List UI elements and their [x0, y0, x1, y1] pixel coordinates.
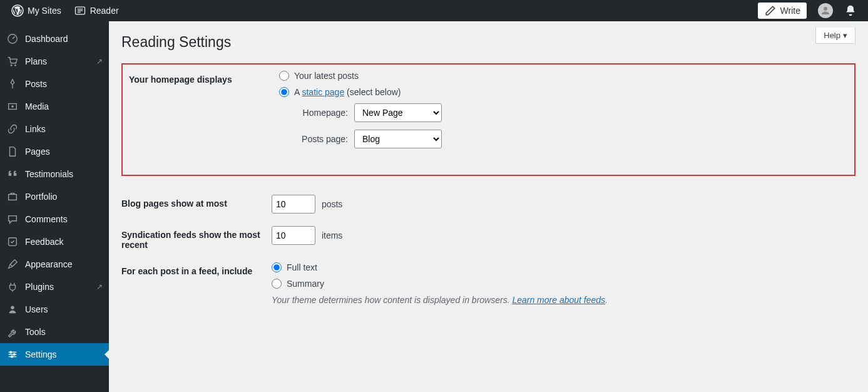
blog-pages-input[interactable]: [272, 195, 315, 214]
radio-summary-input[interactable]: [272, 279, 282, 289]
notifications-button[interactable]: [838, 0, 863, 21]
posts-suffix: posts: [322, 199, 342, 209]
sidebar-item-comments[interactable]: Comments: [0, 208, 109, 230]
radio-full-text-input[interactable]: [272, 262, 282, 272]
help-button[interactable]: Help ▾: [815, 28, 855, 44]
main-content: Help ▾ Reading Settings Your homepage di…: [109, 21, 868, 392]
homepage-select[interactable]: New Page: [354, 103, 442, 122]
bell-icon: [844, 4, 857, 17]
homepage-displays-label: Your homepage displays: [129, 71, 279, 85]
sidebar-item-dashboard[interactable]: Dashboard: [0, 28, 109, 50]
sidebar-item-links[interactable]: Links: [0, 118, 109, 140]
svg-rect-11: [9, 194, 17, 200]
reader-icon: [74, 4, 86, 17]
svg-point-19: [11, 356, 13, 358]
quote-icon: [6, 168, 19, 180]
sidebar-item-plans[interactable]: Plans↗: [0, 50, 109, 73]
sidebar-item-posts[interactable]: Posts: [0, 73, 109, 95]
admin-sidebar: Dashboard Plans↗ Posts Media Links Pages…: [0, 21, 109, 392]
radio-latest-posts[interactable]: Your latest posts: [279, 71, 848, 81]
sidebar-item-tools[interactable]: Tools: [0, 321, 109, 343]
static-prefix: A: [294, 87, 302, 97]
sidebar-item-appearance[interactable]: Appearance: [0, 253, 109, 276]
blog-pages-label: Blog pages show at most: [121, 195, 272, 209]
radio-latest-posts-input[interactable]: [279, 71, 289, 81]
sidebar-label: Dashboard: [25, 34, 68, 44]
homepage-select-label: Homepage:: [292, 108, 348, 118]
my-sites-link[interactable]: My Sites: [5, 0, 68, 21]
sidebar-item-testimonials[interactable]: Testimonials: [0, 163, 109, 185]
radio-summary-label: Summary: [287, 279, 324, 289]
static-page-link[interactable]: static page: [302, 87, 344, 97]
desc-suffix: .: [605, 295, 608, 305]
edit-icon: [764, 4, 777, 17]
page-title: Reading Settings: [121, 34, 855, 51]
svg-point-5: [824, 7, 827, 11]
sidebar-item-pages[interactable]: Pages: [0, 140, 109, 163]
svg-point-10: [11, 105, 14, 108]
chevron-down-icon: ▾: [843, 31, 847, 40]
sidebar-label: Plans: [25, 56, 47, 66]
admin-topbar: My Sites Reader Write: [0, 0, 868, 21]
radio-static-page-input[interactable]: [279, 87, 289, 97]
page-icon: [6, 145, 19, 158]
sidebar-label: Feedback: [25, 237, 63, 247]
svg-point-8: [14, 64, 16, 66]
syndication-input[interactable]: [272, 226, 315, 245]
sidebar-label: Portfolio: [25, 192, 57, 202]
static-suffix: (select below): [344, 87, 401, 97]
users-icon: [6, 303, 19, 316]
feed-description: Your theme determines how content is dis…: [272, 295, 855, 305]
desc-prefix: Your theme determines how content is dis…: [272, 295, 512, 305]
sidebar-label: Users: [25, 304, 48, 314]
reader-label: Reader: [90, 6, 119, 16]
radio-full-text[interactable]: Full text: [272, 262, 855, 272]
svg-point-18: [13, 354, 15, 356]
sidebar-label: Plugins: [25, 282, 54, 292]
sidebar-item-portfolio[interactable]: Portfolio: [0, 185, 109, 208]
brush-icon: [6, 258, 19, 271]
svg-point-7: [11, 64, 13, 66]
link-icon: [6, 123, 19, 135]
user-avatar[interactable]: [818, 3, 833, 18]
external-link-icon: ↗: [96, 282, 103, 291]
sidebar-item-plugins[interactable]: Plugins↗: [0, 276, 109, 298]
sidebar-label: Posts: [25, 79, 47, 89]
homepage-section-highlight: Your homepage displays Your latest posts…: [121, 63, 855, 176]
help-label: Help: [824, 31, 840, 40]
write-button[interactable]: Write: [758, 3, 807, 19]
cart-icon: [6, 55, 19, 68]
svg-point-13: [11, 306, 14, 309]
dashboard-icon: [6, 33, 19, 45]
posts-page-select-label: Posts page:: [292, 134, 348, 144]
sidebar-item-settings[interactable]: Settings: [0, 343, 109, 366]
sidebar-item-feedback[interactable]: Feedback: [0, 230, 109, 253]
syndication-label: Syndication feeds show the most recent: [121, 226, 272, 250]
svg-point-17: [10, 351, 12, 353]
write-label: Write: [780, 6, 800, 16]
feed-content-label: For each post in a feed, include: [121, 262, 272, 276]
media-icon: [6, 100, 19, 113]
settings-icon: [6, 348, 19, 361]
sidebar-item-media[interactable]: Media: [0, 95, 109, 118]
portfolio-icon: [6, 190, 19, 203]
topbar-left: My Sites Reader: [5, 0, 125, 21]
sidebar-label: Media: [25, 101, 49, 111]
radio-latest-posts-label: Your latest posts: [294, 71, 359, 81]
sidebar-label: Testimonials: [25, 169, 73, 179]
posts-page-select[interactable]: Blog: [354, 130, 442, 148]
items-suffix: items: [322, 230, 342, 240]
reader-link[interactable]: Reader: [68, 0, 125, 21]
radio-static-page[interactable]: A static page (select below): [279, 87, 848, 97]
learn-more-feeds-link[interactable]: Learn more about feeds: [512, 295, 605, 305]
plug-icon: [6, 281, 19, 293]
sidebar-label: Appearance: [25, 259, 73, 269]
sidebar-label: Tools: [25, 327, 46, 337]
sidebar-item-users[interactable]: Users: [0, 298, 109, 321]
comment-icon: [6, 213, 19, 225]
sidebar-label: Comments: [25, 214, 68, 224]
wordpress-icon: [11, 4, 24, 17]
wrench-icon: [6, 326, 19, 338]
radio-summary[interactable]: Summary: [272, 279, 855, 289]
my-sites-label: My Sites: [28, 6, 61, 16]
